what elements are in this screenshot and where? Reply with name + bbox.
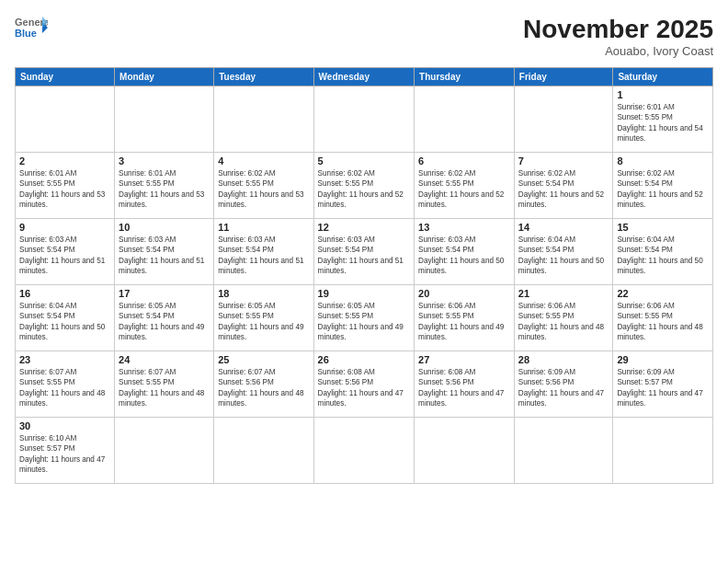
day-number: 6 [418, 155, 510, 167]
day-number: 13 [418, 222, 510, 233]
day-number: 11 [218, 222, 309, 233]
day-cell-1: 1Sunrise: 6:01 AMSunset: 5:55 PMDaylight… [613, 86, 713, 153]
day-number: 8 [617, 155, 709, 167]
empty-cell [313, 86, 415, 153]
day-cell-6: 6Sunrise: 6:02 AMSunset: 5:55 PMDaylight… [415, 153, 515, 219]
day-info: Sunrise: 6:07 AMSunset: 5:56 PMDaylight:… [218, 367, 309, 409]
svg-text:Blue: Blue [15, 28, 37, 39]
day-cell-29: 29Sunrise: 6:09 AMSunset: 5:57 PMDayligh… [613, 351, 713, 418]
day-number: 4 [218, 155, 309, 167]
day-cell-30: 30Sunrise: 6:10 AMSunset: 5:57 PMDayligh… [16, 418, 115, 484]
empty-cell [514, 86, 613, 153]
day-info: Sunrise: 6:08 AMSunset: 5:56 PMDaylight:… [418, 367, 510, 409]
day-info: Sunrise: 6:07 AMSunset: 5:55 PMDaylight:… [119, 367, 210, 409]
day-cell-28: 28Sunrise: 6:09 AMSunset: 5:56 PMDayligh… [514, 351, 613, 418]
day-number: 24 [119, 354, 210, 365]
day-info: Sunrise: 6:03 AMSunset: 5:54 PMDaylight:… [418, 235, 510, 277]
day-number: 14 [518, 222, 609, 233]
month-title: November 2025 [523, 15, 713, 44]
calendar-row-3: 9Sunrise: 6:03 AMSunset: 5:54 PMDaylight… [16, 219, 713, 285]
day-cell-24: 24Sunrise: 6:07 AMSunset: 5:55 PMDayligh… [115, 351, 214, 418]
empty-cell [415, 418, 515, 484]
day-cell-2: 2Sunrise: 6:01 AMSunset: 5:55 PMDaylight… [16, 153, 115, 219]
col-friday: Friday [514, 68, 613, 86]
day-cell-26: 26Sunrise: 6:08 AMSunset: 5:56 PMDayligh… [313, 351, 415, 418]
day-info: Sunrise: 6:06 AMSunset: 5:55 PMDaylight:… [518, 301, 609, 343]
day-info: Sunrise: 6:09 AMSunset: 5:57 PMDaylight:… [617, 367, 709, 409]
col-wednesday: Wednesday [313, 68, 415, 86]
empty-cell [514, 418, 613, 484]
location: Aouabo, Ivory Coast [523, 44, 713, 58]
empty-cell [613, 418, 713, 484]
day-info: Sunrise: 6:01 AMSunset: 5:55 PMDaylight:… [119, 168, 210, 211]
day-cell-22: 22Sunrise: 6:06 AMSunset: 5:55 PMDayligh… [613, 285, 713, 351]
day-number: 15 [617, 222, 709, 233]
day-cell-27: 27Sunrise: 6:08 AMSunset: 5:56 PMDayligh… [415, 351, 515, 418]
day-cell-20: 20Sunrise: 6:06 AMSunset: 5:55 PMDayligh… [415, 285, 515, 351]
day-cell-12: 12Sunrise: 6:03 AMSunset: 5:54 PMDayligh… [313, 219, 415, 285]
day-cell-10: 10Sunrise: 6:03 AMSunset: 5:54 PMDayligh… [115, 219, 214, 285]
empty-cell [115, 418, 214, 484]
day-info: Sunrise: 6:05 AMSunset: 5:54 PMDaylight:… [119, 301, 210, 343]
day-info: Sunrise: 6:03 AMSunset: 5:54 PMDaylight:… [218, 235, 309, 277]
day-info: Sunrise: 6:07 AMSunset: 5:55 PMDaylight:… [19, 367, 110, 409]
day-number: 26 [318, 354, 411, 365]
day-number: 17 [119, 288, 210, 299]
day-cell-4: 4Sunrise: 6:02 AMSunset: 5:55 PMDaylight… [214, 153, 313, 219]
day-number: 22 [617, 288, 709, 299]
day-info: Sunrise: 6:02 AMSunset: 5:54 PMDaylight:… [518, 168, 609, 211]
day-info: Sunrise: 6:01 AMSunset: 5:55 PMDaylight:… [617, 102, 709, 144]
day-info: Sunrise: 6:02 AMSunset: 5:54 PMDaylight:… [617, 168, 709, 211]
calendar-row-5: 23Sunrise: 6:07 AMSunset: 5:55 PMDayligh… [16, 351, 713, 418]
day-number: 28 [518, 354, 609, 365]
day-info: Sunrise: 6:04 AMSunset: 5:54 PMDaylight:… [19, 301, 110, 343]
day-cell-18: 18Sunrise: 6:05 AMSunset: 5:55 PMDayligh… [214, 285, 313, 351]
day-cell-19: 19Sunrise: 6:05 AMSunset: 5:55 PMDayligh… [313, 285, 415, 351]
day-cell-3: 3Sunrise: 6:01 AMSunset: 5:55 PMDaylight… [115, 153, 214, 219]
col-tuesday: Tuesday [214, 68, 313, 86]
day-number: 20 [418, 288, 510, 299]
day-info: Sunrise: 6:08 AMSunset: 5:56 PMDaylight:… [318, 367, 411, 409]
day-cell-13: 13Sunrise: 6:03 AMSunset: 5:54 PMDayligh… [415, 219, 515, 285]
empty-cell [415, 86, 515, 153]
day-cell-9: 9Sunrise: 6:03 AMSunset: 5:54 PMDaylight… [16, 219, 115, 285]
day-info: Sunrise: 6:01 AMSunset: 5:55 PMDaylight:… [19, 168, 110, 211]
day-info: Sunrise: 6:06 AMSunset: 5:55 PMDaylight:… [418, 301, 510, 343]
day-cell-21: 21Sunrise: 6:06 AMSunset: 5:55 PMDayligh… [514, 285, 613, 351]
day-cell-8: 8Sunrise: 6:02 AMSunset: 5:54 PMDaylight… [613, 153, 713, 219]
calendar-row-2: 2Sunrise: 6:01 AMSunset: 5:55 PMDaylight… [16, 153, 713, 219]
day-number: 21 [518, 288, 609, 299]
day-cell-25: 25Sunrise: 6:07 AMSunset: 5:56 PMDayligh… [214, 351, 313, 418]
day-info: Sunrise: 6:02 AMSunset: 5:55 PMDaylight:… [318, 168, 411, 211]
calendar-table: Sunday Monday Tuesday Wednesday Thursday… [15, 67, 713, 484]
day-number: 27 [418, 354, 510, 365]
col-monday: Monday [115, 68, 214, 86]
day-info: Sunrise: 6:04 AMSunset: 5:54 PMDaylight:… [518, 235, 609, 277]
day-cell-14: 14Sunrise: 6:04 AMSunset: 5:54 PMDayligh… [514, 219, 613, 285]
day-cell-7: 7Sunrise: 6:02 AMSunset: 5:54 PMDaylight… [514, 153, 613, 219]
day-info: Sunrise: 6:02 AMSunset: 5:55 PMDaylight:… [218, 168, 309, 211]
day-number: 7 [518, 155, 609, 167]
calendar-row-1: 1Sunrise: 6:01 AMSunset: 5:55 PMDaylight… [16, 86, 713, 153]
empty-cell [214, 418, 313, 484]
day-number: 5 [318, 155, 411, 167]
day-info: Sunrise: 6:03 AMSunset: 5:54 PMDaylight:… [119, 235, 210, 277]
day-info: Sunrise: 6:02 AMSunset: 5:55 PMDaylight:… [418, 168, 510, 211]
calendar-row-6: 30Sunrise: 6:10 AMSunset: 5:57 PMDayligh… [16, 418, 713, 484]
generalblue-icon: General Blue [15, 15, 48, 42]
day-cell-11: 11Sunrise: 6:03 AMSunset: 5:54 PMDayligh… [214, 219, 313, 285]
day-number: 18 [218, 288, 309, 299]
empty-cell [313, 418, 415, 484]
day-number: 10 [119, 222, 210, 233]
empty-cell [214, 86, 313, 153]
calendar-header-row: Sunday Monday Tuesday Wednesday Thursday… [16, 68, 713, 86]
day-number: 30 [19, 420, 110, 431]
day-info: Sunrise: 6:03 AMSunset: 5:54 PMDaylight:… [318, 235, 411, 277]
day-cell-17: 17Sunrise: 6:05 AMSunset: 5:54 PMDayligh… [115, 285, 214, 351]
day-info: Sunrise: 6:04 AMSunset: 5:54 PMDaylight:… [617, 235, 709, 277]
empty-cell [16, 86, 115, 153]
day-cell-15: 15Sunrise: 6:04 AMSunset: 5:54 PMDayligh… [613, 219, 713, 285]
day-number: 23 [19, 354, 110, 365]
day-info: Sunrise: 6:09 AMSunset: 5:56 PMDaylight:… [518, 367, 609, 409]
day-number: 16 [19, 288, 110, 299]
